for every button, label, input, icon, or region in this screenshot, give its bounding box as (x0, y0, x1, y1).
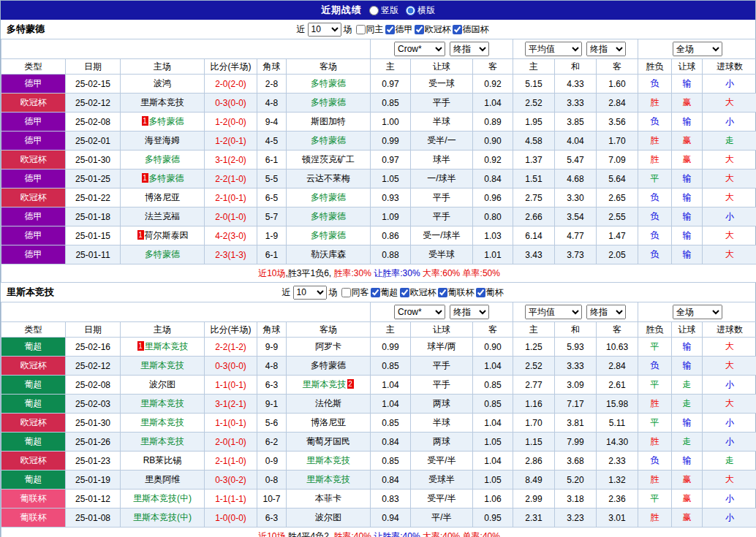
unit-label: 场 (329, 286, 338, 299)
checkbox-group: 同主德甲欧冠杯德国杯 (355, 23, 489, 36)
league-type-cell: 德甲 (1, 75, 66, 94)
eu-away-odds-cell: 2.33 (597, 452, 638, 471)
ah-home-odds-cell: 0.85 (371, 452, 411, 471)
filter-checkbox[interactable]: 欧冠杯 (400, 286, 436, 299)
col-home: 主场 (121, 59, 205, 75)
ah-home-odds-cell: 0.85 (371, 94, 411, 113)
eu-final-odds-select[interactable]: 终指 (586, 305, 626, 319)
col-result-goals: 进球数 (703, 59, 756, 75)
result-outcome-cell: 平 (638, 490, 672, 509)
eu-draw-odds-cell: 5.20 (555, 471, 597, 490)
ah-away-odds-cell: 0.95 (473, 509, 513, 528)
summary-segment: 单率:40% (460, 531, 500, 537)
filter-checkbox-input[interactable] (400, 288, 409, 297)
ah-home-odds-cell: 1.05 (371, 170, 411, 188)
eu-away-odds-cell: 2.05 (597, 245, 638, 264)
date-cell: 25-02-12 (66, 357, 121, 376)
filter-checkbox-input[interactable] (415, 25, 424, 34)
col-result-outcome: 胜负 (638, 59, 672, 75)
result-goals-cell: 大 (703, 395, 756, 414)
eu-home-odds-cell: 2.52 (513, 357, 555, 376)
home-team-name: 波鸿 (154, 78, 171, 88)
eu-home-odds-cell: 2.99 (513, 490, 555, 509)
layout-option-vertical[interactable]: 竖版 (369, 4, 398, 17)
result-handicap-cell: 走 (672, 395, 703, 414)
col-result-handicap: 让球 (672, 59, 703, 75)
red-card-badge: 1 (137, 341, 144, 351)
date-cell: 25-01-15 (66, 226, 121, 245)
away-team-cell: 勒沃库森 (287, 245, 371, 264)
eu-final-odds-select[interactable]: 终指 (586, 42, 626, 56)
result-handicap-cell: 赢 (672, 151, 703, 170)
filter-checkbox-input[interactable] (356, 25, 366, 34)
filter-checkbox[interactable]: 德甲 (385, 23, 413, 36)
page-title: 近期战绩 (321, 4, 362, 17)
bookmaker-select[interactable]: Crow* (394, 305, 445, 319)
ah-line-cell: 受一球 (411, 75, 473, 94)
home-team-cell: 里斯本竞技 (121, 433, 205, 452)
bookmaker-select[interactable]: Crow* (394, 42, 445, 56)
home-team-cell: 里斯本竞技 (121, 395, 205, 414)
result-handicap-cell: 输 (672, 170, 703, 188)
result-handicap-cell: 输 (672, 188, 703, 207)
filter-checkbox-input[interactable] (385, 25, 395, 34)
result-outcome-cell: 平 (638, 376, 672, 395)
eu-home-odds-cell: 6.14 (513, 226, 555, 245)
eu-average-select[interactable]: 平均值 (525, 305, 582, 319)
filter-checkbox-input[interactable] (476, 288, 485, 297)
col-eu-draw: 和 (555, 59, 597, 75)
away-team-cell: 葡萄牙国民 (287, 433, 371, 452)
ah-final-odds-select[interactable]: 终指 (450, 305, 489, 319)
away-team-cell: 阿罗卡 (287, 338, 371, 357)
horizontal-layout-radio[interactable] (406, 6, 415, 15)
col-result-outcome: 胜负 (638, 322, 672, 338)
score-cell: 1-0(0-0) (205, 509, 257, 528)
result-outcome-cell: 负 (638, 188, 672, 207)
filter-checkbox-label: 葡杯 (486, 286, 504, 299)
filter-checkbox-input[interactable] (453, 25, 462, 34)
layout-option-horizontal[interactable]: 横版 (406, 4, 435, 17)
horizontal-layout-label: 横版 (417, 4, 435, 17)
filter-checkbox-label: 同主 (366, 23, 384, 36)
filter-checkbox[interactable]: 葡超 (371, 286, 398, 299)
eu-home-odds-cell: 2.77 (513, 376, 555, 395)
col-eu-away: 客 (597, 59, 638, 75)
filter-checkbox[interactable]: 同客 (341, 286, 369, 299)
home-team-cell: 里斯本竞技(中) (121, 509, 205, 528)
home-team-name: 多特蒙德 (145, 154, 180, 164)
match-count-select[interactable]: 10 (293, 286, 327, 300)
corners-cell: 1-9 (257, 226, 287, 245)
result-goals-cell: 大 (703, 245, 756, 264)
scope-select[interactable]: 全场 (673, 305, 722, 319)
home-team-cell: 里斯本竞技 (121, 357, 205, 376)
date-cell: 25-01-11 (66, 245, 121, 264)
team-name: 多特蒙德 (7, 23, 45, 36)
filter-checkbox[interactable]: 葡联杯 (438, 286, 475, 299)
match-row: 欧冠杯25-01-30多特蒙德3-1(2-0)6-1顿涅茨克矿工0.97球半0.… (1, 151, 756, 170)
filter-checkbox[interactable]: 同主 (356, 23, 384, 36)
ah-home-odds-cell: 0.84 (371, 471, 411, 490)
filter-checkbox[interactable]: 德国杯 (453, 23, 489, 36)
match-row: 葡超25-02-161里斯本竞技2-2(1-2)9-9阿罗卡0.99球半/两0.… (1, 338, 756, 357)
scope-select[interactable]: 全场 (673, 42, 722, 56)
ah-away-odds-cell: 0.80 (473, 207, 513, 226)
filter-checkbox[interactable]: 葡杯 (476, 286, 504, 299)
league-type-cell: 欧冠杯 (1, 414, 66, 433)
ah-final-odds-select[interactable]: 终指 (450, 42, 489, 56)
filter-checkbox-input[interactable] (341, 288, 351, 297)
home-team-name: 多特蒙德 (145, 249, 180, 259)
score-cell: 3-1(2-1) (205, 395, 257, 414)
home-team-cell: 里斯本竞技 (121, 414, 205, 433)
filter-checkbox[interactable]: 欧冠杯 (415, 23, 451, 36)
vertical-layout-radio[interactable] (369, 6, 379, 15)
away-team-name: 里斯本竞技 (306, 455, 350, 465)
eu-average-select[interactable]: 平均值 (525, 42, 582, 56)
filter-checkbox-input[interactable] (371, 288, 380, 297)
filter-checkbox-input[interactable] (438, 288, 447, 297)
away-team-name: 里斯本竞技 (306, 474, 350, 484)
match-count-select[interactable]: 10 (308, 23, 341, 37)
sections-container: 多特蒙德 近 10 场 同主德甲欧冠杯德国杯 Crow*终指 (1, 20, 755, 537)
ah-home-odds-cell: 1.09 (371, 207, 411, 226)
col-ah-home: 主 (371, 322, 411, 338)
ah-line-cell: 受一/球半 (411, 226, 473, 245)
